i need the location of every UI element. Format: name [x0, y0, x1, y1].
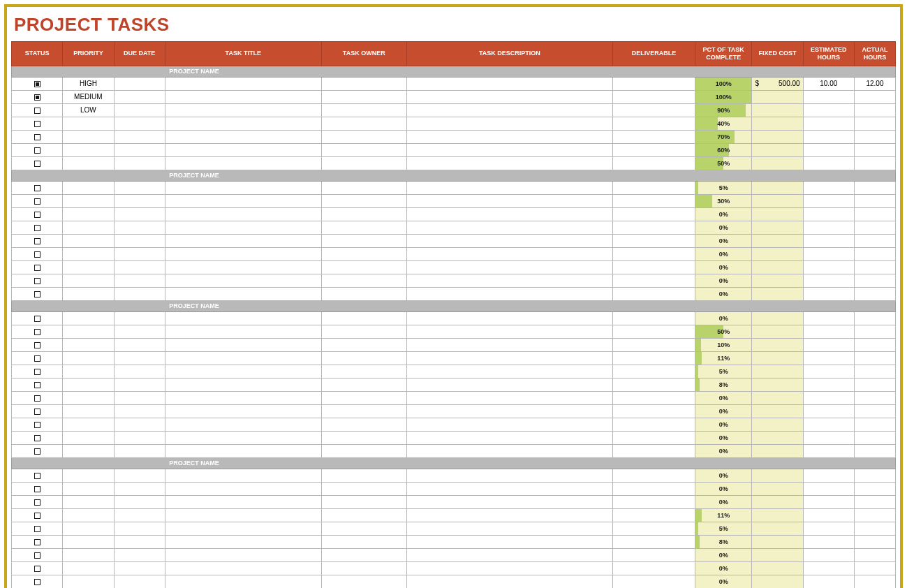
- task-desc-cell[interactable]: [406, 391, 612, 404]
- deliverable-cell[interactable]: [612, 469, 695, 482]
- est-hours-cell[interactable]: [803, 90, 854, 103]
- act-hours-cell[interactable]: [854, 260, 895, 274]
- est-hours-cell[interactable]: [803, 130, 854, 143]
- deliverable-cell[interactable]: [612, 482, 695, 495]
- act-hours-cell[interactable]: [854, 495, 895, 508]
- task-title-cell[interactable]: [165, 90, 321, 103]
- est-hours-cell[interactable]: [803, 234, 854, 247]
- status-checkbox[interactable]: [34, 435, 40, 441]
- status-cell[interactable]: [12, 156, 63, 170]
- status-checkbox[interactable]: [34, 539, 40, 545]
- col-pct-complete[interactable]: PCT OF TASK COMPLETE: [695, 42, 751, 66]
- est-hours-cell[interactable]: [803, 287, 854, 300]
- pct-complete-cell[interactable]: 5%: [695, 522, 751, 535]
- col-priority[interactable]: PRIORITY: [63, 42, 114, 66]
- due-date-cell[interactable]: [114, 287, 165, 300]
- task-owner-cell[interactable]: [321, 431, 406, 444]
- task-desc-cell[interactable]: [406, 444, 612, 457]
- due-date-cell[interactable]: [114, 548, 165, 561]
- status-checkbox[interactable]: [34, 566, 40, 572]
- est-hours-cell[interactable]: [803, 431, 854, 444]
- est-hours-cell[interactable]: [803, 181, 854, 194]
- task-owner-cell[interactable]: [321, 548, 406, 561]
- due-date-cell[interactable]: [114, 234, 165, 247]
- act-hours-cell[interactable]: [854, 234, 895, 247]
- status-cell[interactable]: [12, 260, 63, 274]
- due-date-cell[interactable]: [114, 482, 165, 495]
- priority-cell[interactable]: [63, 535, 114, 548]
- col-fixed-cost[interactable]: FIXED COST: [752, 42, 803, 66]
- due-date-cell[interactable]: [114, 181, 165, 194]
- task-desc-cell[interactable]: [406, 522, 612, 535]
- act-hours-cell[interactable]: [854, 378, 895, 391]
- task-desc-cell[interactable]: [406, 418, 612, 431]
- priority-cell[interactable]: [63, 181, 114, 194]
- task-desc-cell[interactable]: [406, 260, 612, 274]
- fixed-cost-cell[interactable]: $500.00: [752, 77, 803, 90]
- status-checkbox[interactable]: [34, 329, 40, 335]
- due-date-cell[interactable]: [114, 247, 165, 260]
- task-title-cell[interactable]: [165, 247, 321, 260]
- pct-complete-cell[interactable]: 5%: [695, 181, 751, 194]
- pct-complete-cell[interactable]: 0%: [695, 311, 751, 325]
- task-title-cell[interactable]: [165, 77, 321, 90]
- task-owner-cell[interactable]: [321, 287, 406, 300]
- status-cell[interactable]: [12, 338, 63, 351]
- task-desc-cell[interactable]: [406, 404, 612, 418]
- fixed-cost-cell[interactable]: [752, 156, 803, 170]
- priority-cell[interactable]: MEDIUM: [63, 90, 114, 103]
- act-hours-cell[interactable]: [854, 548, 895, 561]
- task-owner-cell[interactable]: [321, 207, 406, 221]
- status-checkbox[interactable]: [34, 395, 40, 402]
- deliverable-cell[interactable]: [612, 495, 695, 508]
- task-desc-cell[interactable]: [406, 535, 612, 548]
- est-hours-cell[interactable]: [803, 156, 854, 170]
- priority-cell[interactable]: HIGH: [63, 77, 114, 90]
- est-hours-cell[interactable]: 10.00: [803, 77, 854, 90]
- task-desc-cell[interactable]: [406, 117, 612, 130]
- col-task-owner[interactable]: TASK OWNER: [321, 42, 406, 66]
- fixed-cost-cell[interactable]: [752, 207, 803, 221]
- due-date-cell[interactable]: [114, 444, 165, 457]
- status-checkbox[interactable]: [34, 251, 40, 258]
- status-checkbox[interactable]: [34, 121, 40, 127]
- act-hours-cell[interactable]: [854, 522, 895, 535]
- act-hours-cell[interactable]: [854, 561, 895, 575]
- est-hours-cell[interactable]: [803, 391, 854, 404]
- deliverable-cell[interactable]: [612, 77, 695, 90]
- deliverable-cell[interactable]: [612, 378, 695, 391]
- status-cell[interactable]: [12, 311, 63, 325]
- fixed-cost-cell[interactable]: [752, 418, 803, 431]
- status-checkbox[interactable]: [34, 382, 40, 388]
- fixed-cost-cell[interactable]: [752, 274, 803, 287]
- pct-complete-cell[interactable]: 0%: [695, 431, 751, 444]
- due-date-cell[interactable]: [114, 90, 165, 103]
- status-cell[interactable]: [12, 103, 63, 117]
- est-hours-cell[interactable]: [803, 482, 854, 495]
- fixed-cost-cell[interactable]: [752, 194, 803, 207]
- priority-cell[interactable]: LOW: [63, 103, 114, 117]
- fixed-cost-cell[interactable]: [752, 181, 803, 194]
- fixed-cost-cell[interactable]: [752, 548, 803, 561]
- due-date-cell[interactable]: [114, 221, 165, 234]
- task-title-cell[interactable]: [165, 391, 321, 404]
- priority-cell[interactable]: [63, 143, 114, 156]
- act-hours-cell[interactable]: [854, 351, 895, 365]
- task-owner-cell[interactable]: [321, 247, 406, 260]
- est-hours-cell[interactable]: [803, 260, 854, 274]
- act-hours-cell[interactable]: 12.00: [854, 77, 895, 90]
- status-checkbox[interactable]: [34, 473, 40, 479]
- task-owner-cell[interactable]: [321, 143, 406, 156]
- status-checkbox[interactable]: [34, 486, 40, 492]
- deliverable-cell[interactable]: [612, 287, 695, 300]
- fixed-cost-cell[interactable]: [752, 221, 803, 234]
- task-desc-cell[interactable]: [406, 325, 612, 338]
- pct-complete-cell[interactable]: 0%: [695, 418, 751, 431]
- pct-complete-cell[interactable]: 60%: [695, 143, 751, 156]
- priority-cell[interactable]: [63, 260, 114, 274]
- act-hours-cell[interactable]: [854, 404, 895, 418]
- act-hours-cell[interactable]: [854, 575, 895, 588]
- task-owner-cell[interactable]: [321, 444, 406, 457]
- task-title-cell[interactable]: [165, 234, 321, 247]
- status-cell[interactable]: [12, 495, 63, 508]
